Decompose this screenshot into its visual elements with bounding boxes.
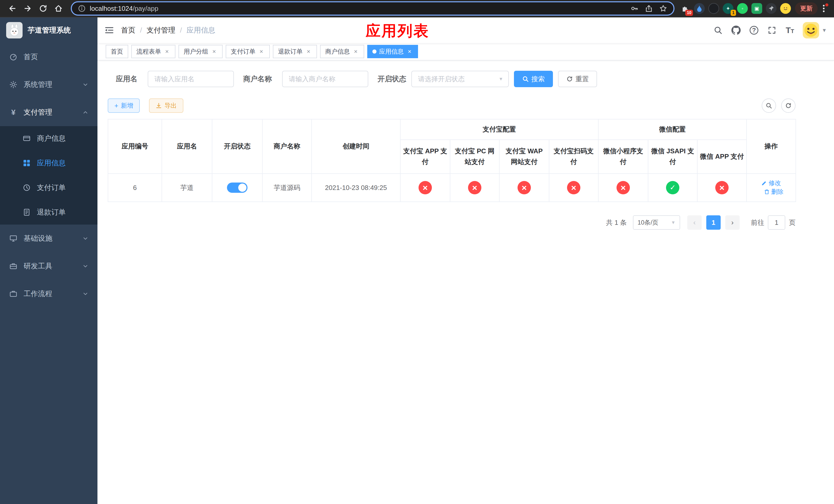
- download-icon: [156, 102, 162, 109]
- bookmark-star-icon[interactable]: [659, 4, 667, 13]
- app-name-input[interactable]: [148, 71, 234, 87]
- refresh-table-button[interactable]: [781, 98, 795, 113]
- grid-icon: [23, 159, 31, 167]
- tab-pay-order[interactable]: 支付订单: [226, 45, 270, 58]
- cross-status-icon: [567, 181, 580, 194]
- browser-back-button[interactable]: [5, 1, 20, 16]
- page-title: 应用列表: [366, 21, 429, 41]
- password-key-icon[interactable]: [630, 4, 639, 13]
- next-page-button[interactable]: ›: [725, 215, 740, 230]
- sidebar-item-label: 商户信息: [37, 134, 66, 143]
- close-icon[interactable]: [406, 48, 413, 55]
- col-alipay-app: 支付宝 APP 支付: [400, 140, 450, 174]
- col-wechat-mini: 微信小程序支付: [598, 140, 648, 174]
- tab-user-group[interactable]: 用户分组: [178, 45, 223, 58]
- github-button[interactable]: [731, 25, 741, 36]
- share-icon[interactable]: [645, 4, 653, 13]
- cross-status-icon: [468, 181, 481, 194]
- extension-dark-icon[interactable]: [708, 3, 719, 14]
- extension-avatar-icon[interactable]: [780, 3, 791, 14]
- toolbox-icon: [9, 262, 18, 270]
- chevron-down-icon: [83, 235, 88, 241]
- sidebar-item-infrastructure[interactable]: 基础设施: [0, 225, 97, 252]
- status-select[interactable]: 请选择开启状态 ▼: [411, 71, 509, 87]
- payment-submenu: 商户信息 应用信息 支付订单 退款订单: [0, 126, 97, 225]
- close-icon[interactable]: [258, 48, 265, 55]
- extensions-puzzle-icon[interactable]: 10: [680, 3, 690, 14]
- sidebar-item-label: 支付管理: [24, 108, 52, 117]
- export-button[interactable]: 导出: [149, 98, 183, 113]
- add-button[interactable]: + 新增: [108, 98, 140, 113]
- sidebar-menu: 首页 系统管理 ¥ 支付管理 商户信息 应用信息: [0, 43, 97, 504]
- total-count: 共 1 条: [606, 218, 627, 227]
- merchant-name-input[interactable]: [282, 71, 368, 87]
- tab-refund-order[interactable]: 退款订单: [273, 45, 317, 58]
- browser-reload-button[interactable]: [36, 1, 50, 16]
- font-size-icon: TT: [786, 26, 794, 35]
- prev-page-button[interactable]: ‹: [687, 215, 702, 230]
- fullscreen-button[interactable]: [767, 25, 777, 36]
- sidebar-item-merchant-info[interactable]: 商户信息: [0, 126, 97, 151]
- search-button[interactable]: 搜索: [514, 71, 553, 87]
- browser-home-button[interactable]: [51, 1, 66, 16]
- search-icon: [766, 102, 772, 109]
- browser-forward-button[interactable]: [21, 1, 35, 16]
- user-menu[interactable]: ▼: [803, 22, 827, 39]
- sidebar-item-label: 研发工具: [24, 261, 52, 271]
- sidebar-item-refund-order[interactable]: 退款订单: [0, 200, 97, 225]
- tab-home[interactable]: 首页: [106, 45, 128, 58]
- goto-page-input[interactable]: [768, 215, 785, 230]
- browser-menu-button[interactable]: [819, 2, 829, 15]
- sidebar-item-dev-tools[interactable]: 研发工具: [0, 252, 97, 280]
- sidebar-item-workflow[interactable]: 工作流程: [0, 280, 97, 307]
- browser-update-button[interactable]: 更新: [795, 2, 818, 15]
- help-button[interactable]: ?: [749, 25, 759, 36]
- breadcrumb-payment[interactable]: 支付管理: [147, 25, 175, 35]
- close-icon[interactable]: [211, 48, 218, 55]
- close-icon[interactable]: [163, 48, 170, 55]
- sidebar-item-label: 应用信息: [37, 158, 66, 168]
- font-size-button[interactable]: TT: [785, 25, 795, 36]
- app-table: 应用编号 应用名 开启状态 商户名称 创建时间 支付宝配置 微信配置 操作 支付…: [108, 119, 824, 202]
- breadcrumb-separator: /: [180, 26, 182, 35]
- edit-button[interactable]: 修改: [762, 179, 781, 187]
- app-title: 芋道管理系统: [28, 25, 71, 35]
- status-toggle[interactable]: [227, 183, 247, 193]
- sidebar-item-system[interactable]: 系统管理: [0, 71, 97, 98]
- address-bar[interactable]: localhost:1024/pay/app: [71, 1, 675, 16]
- sidebar-item-app-info[interactable]: 应用信息: [0, 151, 97, 175]
- page-number-button[interactable]: 1: [706, 215, 721, 230]
- close-icon[interactable]: [352, 48, 359, 55]
- edit-icon: [762, 180, 767, 186]
- tab-app-info[interactable]: 应用信息: [367, 45, 418, 58]
- gear-icon: [9, 81, 18, 88]
- col-alipay-qr: 支付宝扫码支付: [549, 140, 598, 174]
- plus-icon: +: [114, 102, 118, 110]
- toggle-search-button[interactable]: [762, 98, 776, 113]
- pagination: 共 1 条 10条/页 ▼ ‹ 1 › 前往 页: [108, 215, 795, 230]
- close-icon[interactable]: [305, 48, 312, 55]
- extension-green-square-icon[interactable]: ▣: [751, 3, 762, 14]
- sidebar-item-home[interactable]: 首页: [0, 43, 97, 71]
- cross-status-icon: [518, 181, 531, 194]
- tab-process-form[interactable]: 流程表单: [131, 45, 175, 58]
- tags-view-bar: 首页 流程表单 用户分组 支付订单 退款订单 商户信息 应用信息: [97, 43, 834, 61]
- cell-wechat-app: [697, 174, 747, 202]
- chevron-up-icon: [83, 110, 88, 115]
- header-search-button[interactable]: [713, 25, 723, 36]
- page-size-select[interactable]: 10条/页 ▼: [633, 215, 680, 230]
- sidebar-item-payment[interactable]: ¥ 支付管理: [0, 98, 97, 126]
- tab-merchant-info[interactable]: 商户信息: [320, 45, 364, 58]
- extension-pin-icon[interactable]: [766, 3, 776, 14]
- breadcrumb-home[interactable]: 首页: [121, 25, 135, 35]
- goto-label: 前往: [751, 218, 764, 227]
- extension-blue-icon[interactable]: [694, 3, 705, 14]
- back-icon: [8, 4, 17, 13]
- cell-wechat-mini: [598, 174, 648, 202]
- extension-teal-icon[interactable]: ✦1: [723, 3, 733, 14]
- delete-button[interactable]: 删除: [764, 188, 784, 196]
- sidebar-item-pay-order[interactable]: 支付订单: [0, 175, 97, 200]
- extension-green-circle-icon[interactable]: ◦: [737, 3, 748, 14]
- reset-button[interactable]: 重置: [558, 71, 597, 87]
- sidebar-toggle-button[interactable]: [97, 18, 121, 43]
